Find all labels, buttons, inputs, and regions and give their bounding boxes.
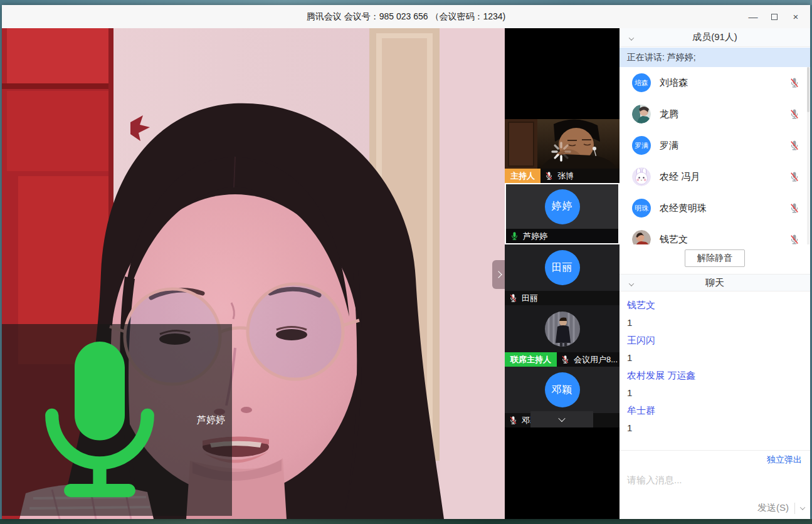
member-name: 龙腾: [660, 108, 780, 120]
avatar: 明珠: [632, 199, 651, 217]
maximize-icon: [771, 14, 778, 20]
host-badge: 主持人: [505, 169, 540, 183]
chat-popout-row: 独立弹出: [620, 450, 810, 469]
cohost-badge: 联席主持人: [505, 352, 557, 367]
thumbnail-avatar-area: 田丽: [505, 244, 620, 291]
cartoon-rabbit-avatar: [632, 167, 651, 186]
send-button[interactable]: 发送(S): [757, 502, 789, 514]
more-videos-button[interactable]: [530, 411, 593, 427]
member-row[interactable]: 钱艺文: [620, 224, 810, 244]
thumbnail-avatar-area: [505, 305, 620, 352]
chevron-right-icon: [495, 271, 502, 278]
thumbnail-avatar-area: 邓颖: [505, 367, 620, 413]
main-video-feed: 芦婷婷: [2, 28, 505, 519]
member-name: 钱艺文: [660, 234, 780, 245]
chat-message: 牟士群 1: [627, 402, 803, 437]
mic-muted-icon: [544, 171, 554, 181]
thumbnail-label: 田丽: [505, 291, 620, 305]
active-speaker-label: 芦婷婷: [2, 324, 232, 516]
chat-message-list[interactable]: 钱艺文 1 王闪闪 1 农村发展 万运鑫 1 牟士群 1: [620, 292, 810, 450]
avatar: 田丽: [545, 250, 580, 285]
member-row[interactable]: 农经 冯月: [620, 161, 810, 192]
chat-sender: 王闪闪: [627, 332, 803, 349]
chat-text: 1: [627, 314, 803, 332]
chat-sender: 农村发展 万运鑫: [627, 367, 803, 384]
mic-muted-icon[interactable]: [789, 77, 800, 88]
chevron-down-icon: [558, 415, 565, 422]
meeting-window: 腾讯会议 会议号：985 023 656 （会议密码：1234) — ×: [2, 5, 810, 519]
member-row[interactable]: 罗满 罗满: [620, 130, 810, 161]
maximize-button[interactable]: [764, 8, 785, 26]
speaker-name: 芦婷婷: [197, 414, 225, 426]
chat-message: 农村发展 万运鑫 1: [627, 367, 803, 402]
avatar: 邓颖: [545, 372, 580, 407]
member-row[interactable]: 龙腾: [620, 98, 810, 130]
member-name: 罗满: [660, 140, 780, 152]
window-title: 腾讯会议 会议号：985 023 656 （会议密码：1234): [307, 11, 505, 23]
close-icon: ×: [793, 11, 799, 22]
thumbnail-label: 主持人 张博: [505, 169, 620, 183]
now-speaking-bar: 正在讲话: 芦婷婷;: [620, 48, 810, 67]
thumbnail-label: 联席主持人 会议用户8...: [505, 352, 620, 367]
member-row[interactable]: 培森 刘培森: [620, 67, 810, 98]
send-row: 发送(S): [757, 502, 804, 514]
chat-sender: 钱艺文: [627, 296, 803, 314]
mic-muted-icon: [509, 293, 518, 303]
thumbnail-name: 田丽: [522, 293, 538, 304]
title-bar: 腾讯会议 会议号：985 023 656 （会议密码：1234) — ×: [2, 5, 810, 28]
chat-text: 1: [627, 384, 803, 402]
thumbnail-name: 芦婷婷: [523, 231, 547, 242]
thumbnail-avatar-area: 婷婷: [506, 184, 618, 229]
chat-message-input[interactable]: [620, 469, 810, 501]
minimize-icon: —: [749, 11, 758, 22]
member-row[interactable]: 明珠 农经黄明珠: [620, 192, 810, 224]
side-panel: 成员(91人) 正在讲话: 芦婷婷; 培森 刘培森: [620, 28, 810, 519]
minimize-button[interactable]: —: [742, 8, 764, 26]
collapse-chat-button[interactable]: [630, 278, 633, 288]
photo-avatar: [632, 230, 651, 244]
photo-avatar: [545, 312, 580, 347]
member-list[interactable]: 培森 刘培森 龙腾: [620, 67, 810, 244]
thumbnail-meeting-user8[interactable]: 联席主持人 会议用户8...: [505, 305, 620, 367]
photo-avatar: [632, 105, 651, 123]
mic-muted-icon: [509, 416, 518, 425]
chevron-down-icon: [629, 35, 634, 40]
avatar: 婷婷: [545, 189, 580, 224]
thumbnail-label: 芦婷婷: [506, 229, 618, 243]
now-speaking-text: 正在讲话: 芦婷婷;: [627, 52, 696, 63]
window-controls: — ×: [742, 7, 806, 26]
chat-sender: 牟士群: [627, 402, 803, 419]
thumbnail-lutingting-selected[interactable]: 婷婷 芦婷婷: [505, 183, 620, 244]
strip-collapse-handle[interactable]: [492, 260, 505, 289]
member-name: 刘培森: [660, 77, 780, 89]
close-button[interactable]: ×: [785, 8, 806, 26]
chevron-down-icon: [629, 281, 634, 286]
chat-panel-title: 聊天: [705, 277, 724, 289]
unmute-button[interactable]: 解除静音: [685, 249, 745, 267]
unmute-area: 解除静音: [620, 244, 810, 274]
divider: [794, 503, 795, 514]
loading-spinner-icon: [550, 140, 572, 163]
mic-muted-icon[interactable]: [789, 171, 800, 182]
member-name: 农经黄明珠: [660, 202, 780, 214]
chat-text: 1: [627, 349, 803, 367]
chat-message: 王闪闪 1: [627, 332, 803, 367]
chat-text: 1: [627, 419, 803, 437]
thumbnail-zhangbo[interactable]: 主持人 张博: [505, 119, 620, 183]
thumbnail-name: 会议用户8...: [574, 354, 618, 365]
mic-muted-icon[interactable]: [789, 234, 800, 244]
members-panel-title: 成员(91人): [692, 31, 737, 43]
mic-muted-icon[interactable]: [789, 202, 800, 214]
scrollbar-thumb[interactable]: [807, 67, 809, 112]
chat-panel-header: 聊天: [620, 274, 810, 291]
mic-muted-icon: [561, 355, 570, 364]
avatar: 培森: [632, 73, 651, 92]
mic-muted-icon[interactable]: [789, 108, 800, 120]
member-list-scrollbar[interactable]: [807, 67, 809, 244]
thumbnail-name: 张博: [557, 170, 574, 182]
thumbnail-tianli[interactable]: 田丽 田丽: [505, 244, 620, 305]
popout-chat-link[interactable]: 独立弹出: [767, 454, 802, 466]
collapse-members-button[interactable]: [630, 32, 633, 43]
mic-muted-icon[interactable]: [789, 140, 800, 151]
send-menu-chevron-icon[interactable]: [800, 505, 805, 510]
